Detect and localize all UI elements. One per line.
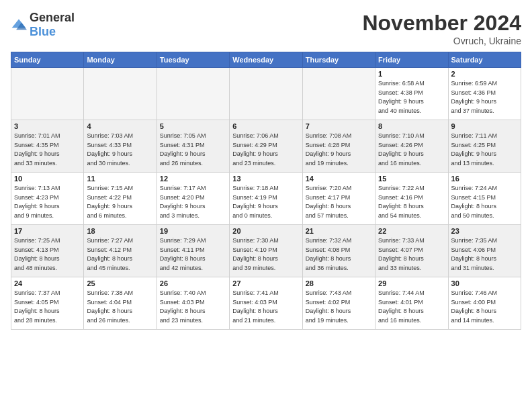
day-info: Sunrise: 7:44 AM Sunset: 4:01 PM Dayligh… bbox=[378, 289, 445, 325]
day-info: Sunrise: 7:20 AM Sunset: 4:17 PM Dayligh… bbox=[306, 184, 372, 220]
cell-w5-d4: 27Sunrise: 7:41 AM Sunset: 4:03 PM Dayli… bbox=[230, 277, 302, 330]
day-number: 6 bbox=[232, 122, 299, 130]
day-info: Sunrise: 7:11 AM Sunset: 4:25 PM Dayligh… bbox=[451, 132, 518, 168]
cell-w4-d6: 22Sunrise: 7:33 AM Sunset: 4:07 PM Dayli… bbox=[375, 225, 448, 277]
day-number: 16 bbox=[451, 175, 518, 183]
cell-w5-d1: 24Sunrise: 7:37 AM Sunset: 4:05 PM Dayli… bbox=[11, 277, 84, 330]
day-info: Sunrise: 7:32 AM Sunset: 4:08 PM Dayligh… bbox=[306, 236, 372, 273]
header: General Blue November 2024 Ovruch, Ukrai… bbox=[11, 11, 521, 46]
cell-w2-d7: 9Sunrise: 7:11 AM Sunset: 4:25 PM Daylig… bbox=[448, 120, 521, 173]
cell-w5-d6: 29Sunrise: 7:44 AM Sunset: 4:01 PM Dayli… bbox=[375, 277, 448, 330]
page: General Blue November 2024 Ovruch, Ukrai… bbox=[0, 0, 532, 411]
day-info: Sunrise: 7:05 AM Sunset: 4:31 PM Dayligh… bbox=[160, 132, 226, 168]
week-row-2: 3Sunrise: 7:01 AM Sunset: 4:35 PM Daylig… bbox=[11, 120, 521, 173]
day-number: 12 bbox=[160, 175, 226, 183]
day-info: Sunrise: 7:18 AM Sunset: 4:19 PM Dayligh… bbox=[232, 184, 299, 220]
cell-w1-d6: 1Sunrise: 6:58 AM Sunset: 4:38 PM Daylig… bbox=[375, 68, 448, 120]
title-block: November 2024 Ovruch, Ukraine bbox=[362, 11, 521, 46]
calendar-table: Sunday Monday Tuesday Wednesday Thursday… bbox=[11, 52, 521, 330]
day-number: 8 bbox=[378, 122, 445, 130]
day-number: 25 bbox=[87, 279, 153, 287]
cell-w1-d2 bbox=[84, 68, 157, 120]
day-info: Sunrise: 7:24 AM Sunset: 4:15 PM Dayligh… bbox=[451, 184, 518, 220]
week-row-4: 17Sunrise: 7:25 AM Sunset: 4:13 PM Dayli… bbox=[11, 225, 521, 277]
day-info: Sunrise: 7:43 AM Sunset: 4:02 PM Dayligh… bbox=[306, 289, 372, 325]
day-number: 23 bbox=[451, 227, 518, 235]
day-info: Sunrise: 7:17 AM Sunset: 4:20 PM Dayligh… bbox=[160, 184, 226, 220]
logo-icon bbox=[11, 18, 27, 32]
cell-w4-d2: 18Sunrise: 7:27 AM Sunset: 4:12 PM Dayli… bbox=[84, 225, 157, 277]
col-wednesday: Wednesday bbox=[230, 52, 302, 68]
cell-w1-d4 bbox=[230, 68, 302, 120]
day-number: 21 bbox=[306, 227, 372, 235]
cell-w3-d6: 15Sunrise: 7:22 AM Sunset: 4:16 PM Dayli… bbox=[375, 173, 448, 225]
day-info: Sunrise: 7:03 AM Sunset: 4:33 PM Dayligh… bbox=[87, 132, 153, 168]
cell-w1-d1 bbox=[11, 68, 84, 120]
day-number: 14 bbox=[306, 175, 372, 183]
day-info: Sunrise: 7:01 AM Sunset: 4:35 PM Dayligh… bbox=[14, 132, 81, 168]
day-number: 28 bbox=[306, 279, 372, 287]
location: Ovruch, Ukraine bbox=[362, 36, 521, 46]
cell-w2-d5: 7Sunrise: 7:08 AM Sunset: 4:28 PM Daylig… bbox=[302, 120, 375, 173]
day-number: 22 bbox=[378, 227, 445, 235]
col-monday: Monday bbox=[84, 52, 157, 68]
col-saturday: Saturday bbox=[448, 52, 521, 68]
day-info: Sunrise: 7:13 AM Sunset: 4:23 PM Dayligh… bbox=[14, 184, 81, 220]
cell-w2-d2: 4Sunrise: 7:03 AM Sunset: 4:33 PM Daylig… bbox=[84, 120, 157, 173]
day-info: Sunrise: 7:29 AM Sunset: 4:11 PM Dayligh… bbox=[160, 236, 226, 273]
day-number: 15 bbox=[378, 175, 445, 183]
cell-w4-d1: 17Sunrise: 7:25 AM Sunset: 4:13 PM Dayli… bbox=[11, 225, 84, 277]
day-number: 17 bbox=[14, 227, 81, 235]
cell-w3-d7: 16Sunrise: 7:24 AM Sunset: 4:15 PM Dayli… bbox=[448, 173, 521, 225]
day-info: Sunrise: 7:33 AM Sunset: 4:07 PM Dayligh… bbox=[378, 236, 445, 273]
day-info: Sunrise: 6:59 AM Sunset: 4:36 PM Dayligh… bbox=[451, 79, 518, 116]
cell-w3-d3: 12Sunrise: 7:17 AM Sunset: 4:20 PM Dayli… bbox=[157, 173, 229, 225]
cell-w1-d5 bbox=[302, 68, 375, 120]
day-number: 9 bbox=[451, 122, 518, 130]
day-info: Sunrise: 7:40 AM Sunset: 4:03 PM Dayligh… bbox=[160, 289, 226, 325]
week-row-1: 1Sunrise: 6:58 AM Sunset: 4:38 PM Daylig… bbox=[11, 68, 521, 120]
day-number: 11 bbox=[87, 175, 153, 183]
cell-w5-d5: 28Sunrise: 7:43 AM Sunset: 4:02 PM Dayli… bbox=[302, 277, 375, 330]
col-tuesday: Tuesday bbox=[157, 52, 229, 68]
col-sunday: Sunday bbox=[11, 52, 84, 68]
day-info: Sunrise: 7:38 AM Sunset: 4:04 PM Dayligh… bbox=[87, 289, 153, 325]
header-row: Sunday Monday Tuesday Wednesday Thursday… bbox=[11, 52, 521, 68]
day-info: Sunrise: 7:22 AM Sunset: 4:16 PM Dayligh… bbox=[378, 184, 445, 220]
col-thursday: Thursday bbox=[302, 52, 375, 68]
day-number: 1 bbox=[378, 70, 445, 78]
day-info: Sunrise: 7:15 AM Sunset: 4:22 PM Dayligh… bbox=[87, 184, 153, 220]
day-number: 2 bbox=[451, 70, 518, 78]
day-number: 20 bbox=[232, 227, 299, 235]
day-number: 24 bbox=[14, 279, 81, 287]
logo-text: General Blue bbox=[30, 11, 75, 39]
day-number: 4 bbox=[87, 122, 153, 130]
cell-w2-d6: 8Sunrise: 7:10 AM Sunset: 4:26 PM Daylig… bbox=[375, 120, 448, 173]
cell-w2-d4: 6Sunrise: 7:06 AM Sunset: 4:29 PM Daylig… bbox=[230, 120, 302, 173]
col-friday: Friday bbox=[375, 52, 448, 68]
day-info: Sunrise: 7:27 AM Sunset: 4:12 PM Dayligh… bbox=[87, 236, 153, 273]
cell-w5-d2: 25Sunrise: 7:38 AM Sunset: 4:04 PM Dayli… bbox=[84, 277, 157, 330]
day-info: Sunrise: 7:46 AM Sunset: 4:00 PM Dayligh… bbox=[451, 289, 518, 325]
cell-w1-d7: 2Sunrise: 6:59 AM Sunset: 4:36 PM Daylig… bbox=[448, 68, 521, 120]
week-row-3: 10Sunrise: 7:13 AM Sunset: 4:23 PM Dayli… bbox=[11, 173, 521, 225]
cell-w4-d4: 20Sunrise: 7:30 AM Sunset: 4:10 PM Dayli… bbox=[230, 225, 302, 277]
cell-w1-d3 bbox=[157, 68, 229, 120]
day-number: 7 bbox=[306, 122, 372, 130]
day-number: 19 bbox=[160, 227, 226, 235]
cell-w3-d1: 10Sunrise: 7:13 AM Sunset: 4:23 PM Dayli… bbox=[11, 173, 84, 225]
day-info: Sunrise: 7:25 AM Sunset: 4:13 PM Dayligh… bbox=[14, 236, 81, 273]
day-info: Sunrise: 7:35 AM Sunset: 4:06 PM Dayligh… bbox=[451, 236, 518, 273]
cell-w5-d7: 30Sunrise: 7:46 AM Sunset: 4:00 PM Dayli… bbox=[448, 277, 521, 330]
day-number: 10 bbox=[14, 175, 81, 183]
day-number: 26 bbox=[160, 279, 226, 287]
day-info: Sunrise: 6:58 AM Sunset: 4:38 PM Dayligh… bbox=[378, 79, 445, 116]
day-number: 5 bbox=[160, 122, 226, 130]
day-info: Sunrise: 7:30 AM Sunset: 4:10 PM Dayligh… bbox=[232, 236, 299, 273]
day-number: 27 bbox=[232, 279, 299, 287]
day-info: Sunrise: 7:08 AM Sunset: 4:28 PM Dayligh… bbox=[306, 132, 372, 168]
day-number: 18 bbox=[87, 227, 153, 235]
day-info: Sunrise: 7:37 AM Sunset: 4:05 PM Dayligh… bbox=[14, 289, 81, 325]
cell-w3-d4: 13Sunrise: 7:18 AM Sunset: 4:19 PM Dayli… bbox=[230, 173, 302, 225]
cell-w3-d2: 11Sunrise: 7:15 AM Sunset: 4:22 PM Dayli… bbox=[84, 173, 157, 225]
